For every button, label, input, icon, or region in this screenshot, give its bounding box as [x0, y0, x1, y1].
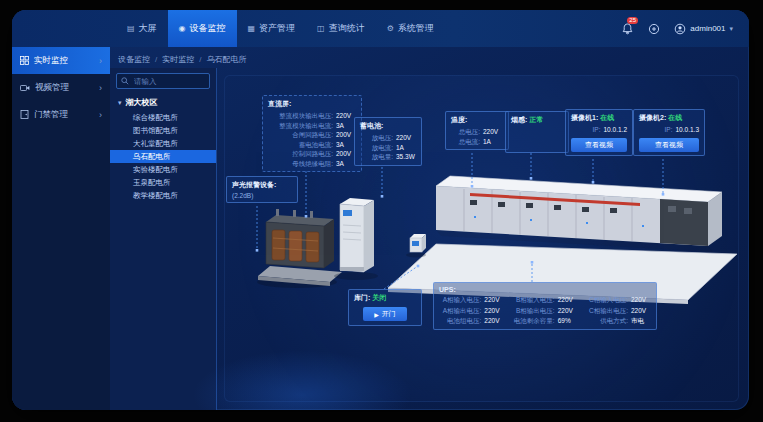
- field-value: 1A: [396, 143, 416, 153]
- view-video-button[interactable]: 查看视频: [639, 138, 699, 152]
- panel-title: 声光报警设备:: [232, 180, 292, 190]
- panel-camera-1: 摄像机1: 在线 IP:10.0.1.2 查看视频: [565, 109, 633, 156]
- field-label: 母线绝缘电阻:: [268, 159, 333, 169]
- field-value: 3A: [336, 159, 356, 169]
- field-value: 市电: [631, 316, 651, 326]
- field-value: 35.3W: [396, 152, 416, 162]
- field-label: A相输出电压:: [439, 306, 481, 316]
- panel-title: 烟感:: [511, 116, 527, 123]
- alarm-value: (2.2dB): [232, 192, 292, 199]
- field-label: A相输入电压:: [439, 295, 481, 305]
- panel-title: 蓄电池:: [360, 121, 416, 131]
- panel-sound-light-alarm: 声光报警设备: (2.2dB): [226, 176, 298, 203]
- field-value: 200V: [336, 149, 356, 159]
- smoke-status: 正常: [529, 116, 543, 123]
- field-value: 220V: [484, 295, 504, 305]
- field-label: 供电方式:: [586, 316, 628, 326]
- power-room-3d-view: [12, 10, 749, 410]
- panel-title: UPS:: [439, 286, 651, 293]
- camera-status: 在线: [600, 114, 614, 121]
- panel-smoke-sensor: 烟感: 正常: [505, 111, 569, 153]
- field-value: 3A: [336, 140, 356, 150]
- ip-label: IP:: [639, 125, 673, 135]
- field-label: B相输入电压:: [512, 295, 554, 305]
- camera-ip: 10.0.1.2: [604, 125, 628, 135]
- field-label: 总电流:: [451, 137, 480, 147]
- panel-temperature: 温度: 总电压:220V 总电流:1A: [445, 111, 509, 150]
- ip-label: IP:: [571, 125, 601, 135]
- field-value: 3A: [336, 121, 356, 131]
- field-label: 整流模块输出电流:: [268, 121, 333, 131]
- field-value: 1A: [483, 137, 503, 147]
- panel-title: 库门:: [354, 294, 370, 301]
- camera-ip: 10.0.1.3: [676, 125, 700, 135]
- door-status: 关闭: [372, 294, 386, 301]
- field-value: 200V: [336, 130, 356, 140]
- panel-dc-screen: 直流屏: 整流模块输出电压:220V 整流模块输出电流:3A 合闸回路电压:20…: [262, 95, 362, 172]
- app-window: ▤ 大屏 ◉ 设备监控 ▦ 资产管理 ◫ 查询统计 ⚙ 系统管理: [12, 10, 749, 410]
- field-value: 220V: [484, 316, 504, 326]
- screen: { "colors": {"accent": "#2f7bf0", "ok_gr…: [0, 0, 763, 422]
- field-label: B相输出电压:: [512, 306, 554, 316]
- field-label: 总电压:: [451, 127, 480, 137]
- field-value: 220V: [631, 295, 651, 305]
- panel-camera-2: 摄像机2: 在线 IP:10.0.1.3 查看视频: [633, 109, 705, 156]
- field-label: 电池剩余容量:: [512, 316, 554, 326]
- field-label: 蓄电池电流:: [268, 140, 333, 150]
- field-label: 放电流:: [360, 143, 393, 153]
- open-door-label: 开门: [382, 309, 396, 319]
- field-label: 合闸回路电压:: [268, 130, 333, 140]
- field-label: 整流模块输出电压:: [268, 111, 333, 121]
- panel-title: 摄像机2:: [639, 114, 666, 121]
- field-label: C相输入电压:: [586, 295, 628, 305]
- field-value: 220V: [484, 306, 504, 316]
- field-label: 电池组电压:: [439, 316, 481, 326]
- field-value: 220V: [558, 295, 578, 305]
- field-label: 放电压:: [360, 133, 393, 143]
- field-value: 220V: [396, 133, 416, 143]
- field-label: C相输出电压:: [586, 306, 628, 316]
- field-value: 69%: [558, 316, 578, 326]
- field-value: 220V: [558, 306, 578, 316]
- panel-title: 直流屏:: [268, 99, 356, 109]
- open-door-icon: ▶: [374, 311, 379, 318]
- panel-title: 温度:: [451, 115, 503, 125]
- open-door-button[interactable]: ▶ 开门: [363, 307, 407, 321]
- panel-ups: UPS: A相输入电压:220V B相输入电压:220V C相输入电压:220V…: [433, 282, 657, 330]
- view-video-button[interactable]: 查看视频: [571, 138, 627, 152]
- field-label: 控制回路电压:: [268, 149, 333, 159]
- panel-battery: 蓄电池: 放电压:220V 放电流:1A 放电量:35.3W: [354, 117, 422, 166]
- panel-door: 库门: 关闭 ▶ 开门: [348, 289, 422, 326]
- field-label: 放电量:: [360, 152, 393, 162]
- panel-title: 摄像机1:: [571, 114, 598, 121]
- camera-status: 在线: [668, 114, 682, 121]
- field-value: 220V: [631, 306, 651, 316]
- field-value: 220V: [483, 127, 503, 137]
- ups-grid: A相输入电压:220V B相输入电压:220V C相输入电压:220V A相输出…: [439, 295, 651, 326]
- field-value: 220V: [336, 111, 356, 121]
